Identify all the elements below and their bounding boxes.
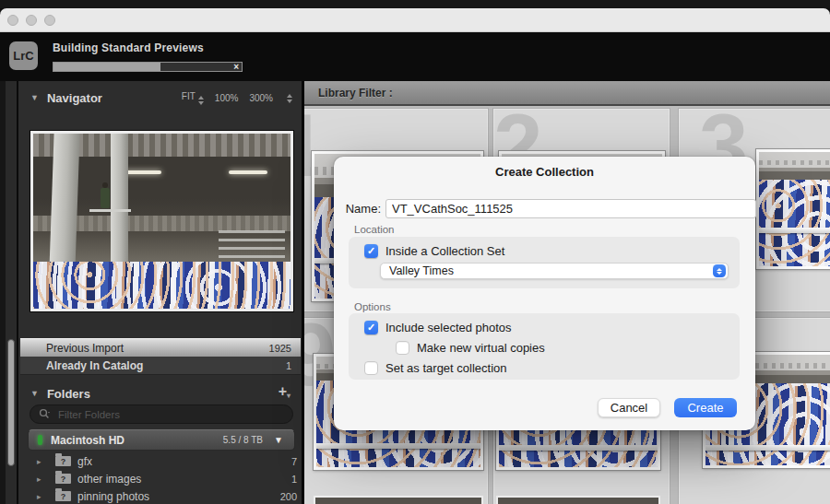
unchecked-checkbox[interactable] [364, 361, 378, 375]
progress-title: Building Standard Previews [53, 41, 204, 54]
collapse-volume-icon[interactable]: ▼ [274, 435, 283, 445]
location-section-label: Location [354, 224, 394, 235]
zoom-fit-option[interactable]: FIT [182, 91, 204, 105]
panel-scrollbar[interactable] [7, 339, 15, 466]
cancel-progress-icon[interactable]: × [233, 62, 239, 72]
plus-icon: + [279, 383, 287, 399]
left-rail [0, 81, 18, 504]
photo-thumbnail-partial[interactable] [314, 496, 483, 504]
catalog-row-previous-import[interactable]: Previous Import 1925 [20, 338, 301, 357]
photo-thumbnail-partial[interactable] [496, 496, 660, 504]
close-window-button[interactable] [7, 15, 18, 26]
checkmark-icon: ✓ [367, 245, 375, 257]
inside-collection-set-option[interactable]: ✓ Inside a Collection Set [364, 244, 504, 258]
checked-checkbox[interactable]: ✓ [364, 321, 378, 334]
folder-filter-field[interactable] [30, 404, 293, 424]
catalog-row-already-in-catalog[interactable]: Already In Catalog 1 [20, 357, 301, 375]
collection-set-dropdown[interactable]: Valley Times [380, 263, 729, 279]
name-row: Name: [342, 199, 756, 218]
folders-header[interactable]: ▼ Folders +▾ [18, 382, 302, 404]
navigator-header[interactable]: ▼ Navigator FIT 100% 300% [18, 87, 302, 109]
volume-usage: 5.5 / 8 TB [223, 435, 263, 445]
preview-platform [89, 209, 131, 212]
lightroom-logo: LrC [9, 41, 38, 70]
set-target-collection-option[interactable]: Set as target collection [364, 361, 507, 375]
folder-row-other-images[interactable]: ▸ ? other images 1 [28, 470, 301, 487]
library-filter-label: Library Filter : [318, 87, 393, 100]
photo-railing [496, 445, 660, 451]
disclosure-icon[interactable]: ▸ [37, 475, 46, 484]
folder-name: pinning photos [77, 490, 149, 503]
photo-railing [314, 443, 483, 449]
create-button[interactable]: Create [674, 398, 737, 417]
collapse-navigator-icon[interactable]: ▼ [30, 93, 39, 102]
navigator-preview-photo[interactable] [30, 131, 293, 311]
photo-railing [703, 445, 830, 451]
zoom-stepper-icon[interactable] [287, 94, 292, 103]
collapse-folders-icon[interactable]: ▼ [30, 389, 39, 398]
missing-folder-icon: ? [55, 491, 71, 501]
create-collection-dialog: Create Collection Name: Location ✓ Insid… [334, 157, 755, 430]
volume-status-led [38, 435, 42, 445]
volume-macintosh-hd[interactable]: Macintosh HD 5.5 / 8 TB ▼ [28, 429, 295, 451]
checkbox-label: Set as target collection [385, 361, 507, 375]
volume-name: Macintosh HD [51, 434, 125, 447]
zoom-fit-label: FIT [182, 91, 196, 101]
folder-name: gfx [77, 455, 92, 468]
disclosure-icon[interactable]: ▸ [37, 457, 46, 466]
progress-bar: × [53, 62, 243, 72]
logo-text: LrC [13, 49, 33, 63]
options-group: ✓ Include selected photos Make new virtu… [349, 313, 740, 380]
folders-title: Folders [47, 387, 90, 401]
preview-pillar [111, 134, 129, 270]
desktop-strip [0, 0, 830, 8]
photo-stand [759, 152, 830, 180]
catalog-row-label: Previous Import [46, 342, 124, 355]
photo-thumbnail-3[interactable] [756, 149, 830, 269]
name-label: Name: [342, 202, 381, 216]
include-selected-photos-option[interactable]: ✓ Include selected photos [364, 321, 512, 334]
preview-person [101, 188, 110, 208]
location-group: ✓ Inside a Collection Set Valley Times [349, 237, 740, 288]
missing-folder-icon: ? [55, 456, 71, 466]
stepper-icon[interactable] [198, 96, 204, 105]
progress-fill [53, 63, 160, 71]
lightroom-window: LrC Building Standard Previews × ▼ Navig… [0, 0, 830, 504]
dropdown-stepper-icon[interactable] [713, 264, 726, 277]
folder-row-pinning-photos[interactable]: ▸ ? pinning photos 200 [28, 487, 301, 504]
folder-count: 1 [291, 474, 297, 485]
preview-light [229, 170, 267, 174]
unchecked-checkbox[interactable] [396, 341, 409, 355]
make-virtual-copies-option[interactable]: Make new virtual copies [396, 341, 545, 355]
question-badge: ? [61, 457, 66, 466]
checked-checkbox[interactable]: ✓ [364, 244, 378, 258]
preview-crowd [33, 262, 290, 309]
cancel-button[interactable]: Cancel [598, 398, 660, 417]
navigator-title: Navigator [47, 91, 102, 105]
photo-crowd [759, 180, 830, 266]
rail-track [6, 81, 18, 504]
folder-count: 7 [291, 456, 297, 467]
checkbox-label: Make new virtual copies [417, 341, 545, 355]
zoom-100-option[interactable]: 100% [215, 93, 239, 103]
zoom-300-option[interactable]: 300% [249, 93, 273, 103]
left-panel: ▼ Navigator FIT 100% 300% Previo [18, 81, 304, 504]
minimize-window-button[interactable] [26, 15, 37, 26]
folder-name: other images [77, 473, 141, 486]
dialog-title: Create Collection [334, 165, 755, 179]
options-section-label: Options [354, 301, 391, 312]
disclosure-icon[interactable]: ▸ [37, 492, 46, 501]
collection-name-input[interactable] [385, 199, 756, 218]
folder-count: 200 [280, 491, 297, 502]
folder-row-gfx[interactable]: ▸ ? gfx 7 [28, 452, 301, 470]
folder-filter-input[interactable] [56, 408, 263, 421]
question-badge: ? [61, 475, 66, 484]
catalog-row-count: 1925 [269, 343, 291, 354]
missing-folder-icon: ? [55, 474, 71, 484]
add-folder-button[interactable]: +▾ [279, 383, 290, 400]
zoom-window-button[interactable] [44, 15, 55, 26]
catalog-row-label: Already In Catalog [46, 359, 143, 372]
preview-pillar [49, 134, 79, 270]
app-header-area [0, 32, 830, 81]
checkbox-label: Include selected photos [385, 321, 512, 334]
